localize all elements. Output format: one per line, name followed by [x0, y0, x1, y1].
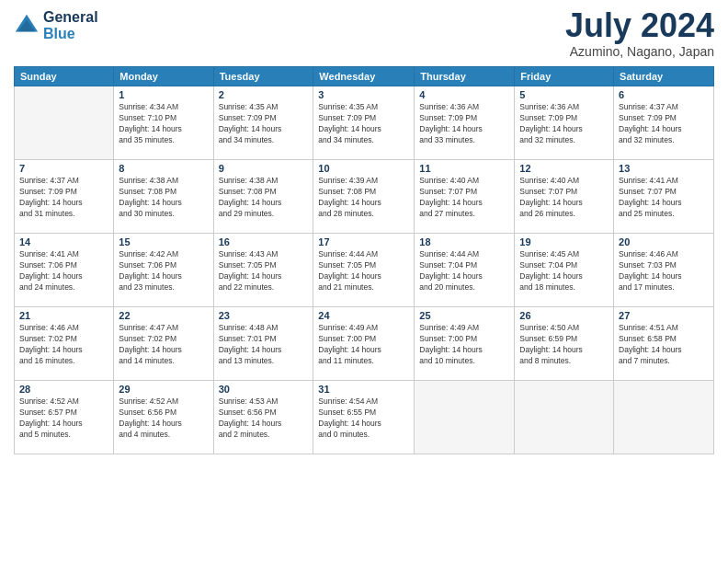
day-info-23: Sunrise: 4:48 AMSunset: 7:01 PMDaylight:… [219, 323, 309, 367]
calendar-cell-w2-d3: 9Sunrise: 4:38 AMSunset: 7:08 PMDaylight… [213, 160, 313, 234]
day-number-2: 2 [219, 89, 309, 100]
week-row-5: 28Sunrise: 4:52 AMSunset: 6:57 PMDayligh… [15, 381, 714, 454]
calendar-cell-w2-d5: 11Sunrise: 4:40 AMSunset: 7:07 PMDayligh… [415, 160, 515, 234]
day-number-3: 3 [318, 89, 409, 100]
day-info-9: Sunrise: 4:38 AMSunset: 7:08 PMDaylight:… [219, 176, 309, 220]
page-header: General Blue July 2024 Azumino, Nagano, … [14, 9, 714, 59]
title-area: July 2024 Azumino, Nagano, Japan [565, 9, 714, 59]
day-number-7: 7 [19, 163, 108, 174]
day-info-19: Sunrise: 4:45 AMSunset: 7:04 PMDaylight:… [519, 249, 609, 293]
calendar-cell-w2-d2: 8Sunrise: 4:38 AMSunset: 7:08 PMDaylight… [114, 160, 213, 234]
week-row-2: 7Sunrise: 4:37 AMSunset: 7:09 PMDaylight… [15, 160, 714, 234]
day-number-25: 25 [419, 310, 509, 321]
calendar-cell-w3-d3: 16Sunrise: 4:43 AMSunset: 7:05 PMDayligh… [213, 234, 313, 307]
calendar-cell-w5-d2: 29Sunrise: 4:52 AMSunset: 6:56 PMDayligh… [114, 381, 213, 454]
day-info-5: Sunrise: 4:36 AMSunset: 7:09 PMDaylight:… [519, 102, 609, 146]
logo-text: General Blue [43, 9, 98, 42]
day-number-4: 4 [419, 89, 509, 100]
day-info-14: Sunrise: 4:41 AMSunset: 7:06 PMDaylight:… [19, 249, 108, 293]
day-info-10: Sunrise: 4:39 AMSunset: 7:08 PMDaylight:… [318, 176, 409, 220]
header-saturday: Saturday [614, 67, 714, 86]
day-info-16: Sunrise: 4:43 AMSunset: 7:05 PMDaylight:… [219, 249, 309, 293]
day-info-13: Sunrise: 4:41 AMSunset: 7:07 PMDaylight:… [619, 176, 709, 220]
header-tuesday: Tuesday [213, 67, 313, 86]
day-number-10: 10 [318, 163, 409, 174]
day-info-29: Sunrise: 4:52 AMSunset: 6:56 PMDaylight:… [119, 396, 208, 441]
day-info-28: Sunrise: 4:52 AMSunset: 6:57 PMDaylight:… [19, 396, 108, 441]
day-number-29: 29 [119, 384, 208, 395]
day-info-7: Sunrise: 4:37 AMSunset: 7:09 PMDaylight:… [19, 176, 108, 220]
calendar-cell-w1-d1 [15, 86, 114, 160]
calendar-cell-w4-d2: 22Sunrise: 4:47 AMSunset: 7:02 PMDayligh… [114, 307, 213, 381]
header-sunday: Sunday [15, 67, 114, 86]
day-number-5: 5 [519, 89, 609, 100]
calendar-cell-w5-d1: 28Sunrise: 4:52 AMSunset: 6:57 PMDayligh… [15, 381, 114, 454]
day-info-25: Sunrise: 4:49 AMSunset: 7:00 PMDaylight:… [419, 323, 509, 367]
calendar-cell-w1-d7: 6Sunrise: 4:37 AMSunset: 7:09 PMDaylight… [614, 86, 714, 160]
calendar-cell-w2-d4: 10Sunrise: 4:39 AMSunset: 7:08 PMDayligh… [313, 160, 415, 234]
calendar-cell-w1-d2: 1Sunrise: 4:34 AMSunset: 7:10 PMDaylight… [114, 86, 213, 160]
week-row-3: 14Sunrise: 4:41 AMSunset: 7:06 PMDayligh… [15, 234, 714, 307]
day-number-11: 11 [419, 163, 509, 174]
day-info-8: Sunrise: 4:38 AMSunset: 7:08 PMDaylight:… [119, 176, 208, 220]
day-info-4: Sunrise: 4:36 AMSunset: 7:09 PMDaylight:… [419, 102, 509, 146]
calendar-cell-w2-d1: 7Sunrise: 4:37 AMSunset: 7:09 PMDaylight… [15, 160, 114, 234]
day-number-9: 9 [219, 163, 309, 174]
day-number-14: 14 [19, 236, 108, 247]
calendar-cell-w5-d4: 31Sunrise: 4:54 AMSunset: 6:55 PMDayligh… [313, 381, 415, 454]
day-number-17: 17 [318, 236, 409, 247]
calendar-cell-w4-d4: 24Sunrise: 4:49 AMSunset: 7:00 PMDayligh… [313, 307, 415, 381]
day-number-30: 30 [219, 384, 309, 395]
day-number-19: 19 [519, 236, 609, 247]
week-row-1: 1Sunrise: 4:34 AMSunset: 7:10 PMDaylight… [15, 86, 714, 160]
day-info-18: Sunrise: 4:44 AMSunset: 7:04 PMDaylight:… [419, 249, 509, 293]
header-friday: Friday [515, 67, 614, 86]
day-number-20: 20 [619, 236, 709, 247]
calendar-cell-w3-d6: 19Sunrise: 4:45 AMSunset: 7:04 PMDayligh… [515, 234, 614, 307]
day-info-2: Sunrise: 4:35 AMSunset: 7:09 PMDaylight:… [219, 102, 309, 146]
day-number-6: 6 [619, 89, 709, 100]
day-number-1: 1 [119, 89, 208, 100]
day-number-12: 12 [519, 163, 609, 174]
day-info-17: Sunrise: 4:44 AMSunset: 7:05 PMDaylight:… [318, 249, 409, 293]
header-wednesday: Wednesday [313, 67, 415, 86]
calendar-cell-w3-d7: 20Sunrise: 4:46 AMSunset: 7:03 PMDayligh… [614, 234, 714, 307]
day-info-3: Sunrise: 4:35 AMSunset: 7:09 PMDaylight:… [318, 102, 409, 146]
day-info-26: Sunrise: 4:50 AMSunset: 6:59 PMDaylight:… [519, 323, 609, 367]
month-title: July 2024 [565, 9, 714, 42]
day-number-22: 22 [119, 310, 208, 321]
day-info-15: Sunrise: 4:42 AMSunset: 7:06 PMDaylight:… [119, 249, 208, 293]
day-number-16: 16 [219, 236, 309, 247]
calendar-cell-w4-d7: 27Sunrise: 4:51 AMSunset: 6:58 PMDayligh… [614, 307, 714, 381]
calendar-cell-w3-d2: 15Sunrise: 4:42 AMSunset: 7:06 PMDayligh… [114, 234, 213, 307]
calendar-cell-w3-d5: 18Sunrise: 4:44 AMSunset: 7:04 PMDayligh… [415, 234, 515, 307]
calendar-cell-w4-d5: 25Sunrise: 4:49 AMSunset: 7:00 PMDayligh… [415, 307, 515, 381]
calendar-table: Sunday Monday Tuesday Wednesday Thursday… [14, 66, 714, 454]
day-info-12: Sunrise: 4:40 AMSunset: 7:07 PMDaylight:… [519, 176, 609, 220]
day-number-13: 13 [619, 163, 709, 174]
header-monday: Monday [114, 67, 213, 86]
day-number-18: 18 [419, 236, 509, 247]
day-info-27: Sunrise: 4:51 AMSunset: 6:58 PMDaylight:… [619, 323, 709, 367]
calendar-cell-w1-d6: 5Sunrise: 4:36 AMSunset: 7:09 PMDaylight… [515, 86, 614, 160]
header-thursday: Thursday [415, 67, 515, 86]
day-number-15: 15 [119, 236, 208, 247]
logo: General Blue [14, 9, 98, 42]
calendar-cell-w1-d5: 4Sunrise: 4:36 AMSunset: 7:09 PMDaylight… [415, 86, 515, 160]
day-info-11: Sunrise: 4:40 AMSunset: 7:07 PMDaylight:… [419, 176, 509, 220]
week-row-4: 21Sunrise: 4:46 AMSunset: 7:02 PMDayligh… [15, 307, 714, 381]
weekday-header-row: Sunday Monday Tuesday Wednesday Thursday… [15, 67, 714, 86]
day-info-21: Sunrise: 4:46 AMSunset: 7:02 PMDaylight:… [19, 323, 108, 367]
logo-icon [14, 13, 40, 39]
day-info-1: Sunrise: 4:34 AMSunset: 7:10 PMDaylight:… [119, 102, 208, 146]
day-number-24: 24 [318, 310, 409, 321]
day-number-31: 31 [318, 384, 409, 395]
location: Azumino, Nagano, Japan [565, 44, 714, 59]
calendar-cell-w4-d1: 21Sunrise: 4:46 AMSunset: 7:02 PMDayligh… [15, 307, 114, 381]
day-number-26: 26 [519, 310, 609, 321]
calendar-cell-w3-d1: 14Sunrise: 4:41 AMSunset: 7:06 PMDayligh… [15, 234, 114, 307]
calendar-cell-w5-d6 [515, 381, 614, 454]
day-info-30: Sunrise: 4:53 AMSunset: 6:56 PMDaylight:… [219, 396, 309, 441]
day-info-6: Sunrise: 4:37 AMSunset: 7:09 PMDaylight:… [619, 102, 709, 146]
day-info-22: Sunrise: 4:47 AMSunset: 7:02 PMDaylight:… [119, 323, 208, 367]
